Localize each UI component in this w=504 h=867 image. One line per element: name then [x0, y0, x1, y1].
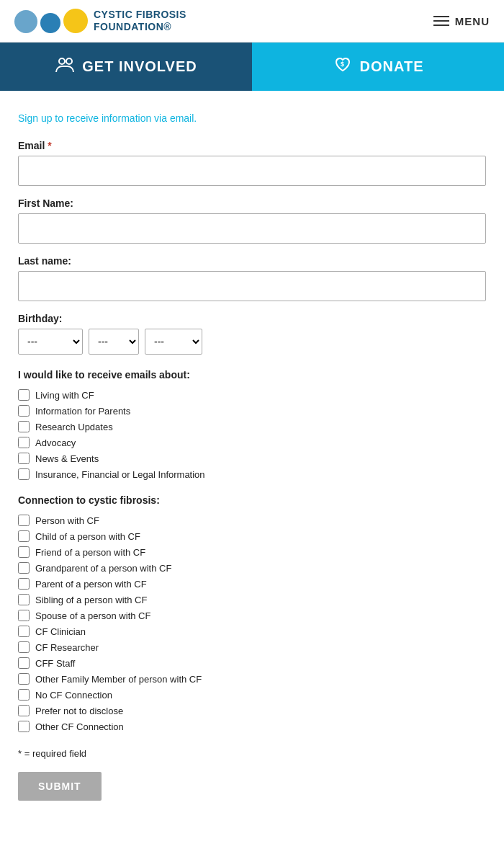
connection-label: CFF Staff	[35, 658, 75, 669]
connection-label: Prefer not to disclose	[35, 706, 123, 716]
connection-item: CF Clinician	[18, 626, 486, 637]
email-topic-label: News & Events	[35, 453, 99, 464]
email-topics-header: I would like to receive emails about:	[18, 369, 486, 381]
connection-label: Sibling of a person with CF	[35, 595, 147, 605]
email-label: Email *	[18, 140, 486, 151]
email-topics-group: I would like to receive emails about: Li…	[18, 369, 486, 480]
org-name-line1: CYSTIC FIBROSIS	[94, 9, 186, 21]
email-topic-item: News & Events	[18, 453, 486, 464]
connection-list: Person with CFChild of a person with CFF…	[18, 515, 486, 732]
last-name-group: Last name:	[18, 255, 486, 301]
email-input[interactable]	[18, 156, 486, 186]
logo-circle-1	[14, 10, 37, 33]
get-involved-nav[interactable]: GET INVOLVED	[0, 43, 252, 91]
connection-label: CF Clinician	[35, 626, 86, 637]
email-topic-item: Research Updates	[18, 421, 486, 432]
email-topic-checkbox-3[interactable]	[18, 437, 30, 448]
connection-checkbox-9[interactable]	[18, 657, 30, 669]
email-topic-label: Research Updates	[35, 422, 113, 432]
birthday-label: Birthday:	[18, 313, 486, 324]
connection-item: No CF Connection	[18, 689, 486, 701]
connection-item: CF Researcher	[18, 641, 486, 653]
email-topic-label: Information for Parents	[35, 406, 130, 417]
last-name-label: Last name:	[18, 255, 486, 267]
logo-circles	[14, 9, 88, 33]
nav-bar: GET INVOLVED $ DONATE	[0, 43, 504, 91]
required-note: * = required field	[18, 748, 486, 759]
connection-item: CFF Staff	[18, 657, 486, 669]
email-topic-label: Advocacy	[35, 437, 76, 448]
connection-item: Friend of a person with CF	[18, 546, 486, 558]
birthday-group: Birthday: --- JanFebMarApr MayJunJulAug …	[18, 313, 486, 355]
email-topic-checkbox-5[interactable]	[18, 468, 30, 480]
birthday-day-select[interactable]: --- 12345 678910 1112131415 1617181920 2…	[89, 329, 139, 355]
email-topic-checkbox-2[interactable]	[18, 421, 30, 432]
connection-item: Parent of a person with CF	[18, 578, 486, 590]
get-involved-label: GET INVOLVED	[82, 58, 197, 75]
birthday-month-select[interactable]: --- JanFebMarApr MayJunJulAug SepOctNovD…	[18, 329, 83, 355]
connection-checkbox-7[interactable]	[18, 626, 30, 637]
first-name-group: First Name:	[18, 197, 486, 244]
logo-area: CYSTIC FIBROSIS FOUNDATION®	[14, 9, 186, 33]
connection-checkbox-12[interactable]	[18, 705, 30, 716]
logo-circle-3	[63, 9, 88, 33]
email-topic-item: Insurance, Financial or Legal Informatio…	[18, 468, 486, 480]
email-required-star: *	[48, 140, 51, 151]
connection-checkbox-2[interactable]	[18, 546, 30, 558]
connection-item: Spouse of a person with CF	[18, 610, 486, 621]
connection-checkbox-11[interactable]	[18, 689, 30, 701]
connection-label: Parent of a person with CF	[35, 579, 147, 590]
connection-item: Prefer not to disclose	[18, 705, 486, 716]
email-group: Email *	[18, 140, 486, 186]
first-name-input[interactable]	[18, 213, 486, 244]
signup-link[interactable]: Sign up to receive information via email…	[18, 112, 486, 124]
connection-group: Connection to cystic fibrosis: Person wi…	[18, 494, 486, 732]
required-star: *	[18, 748, 22, 759]
connection-checkbox-13[interactable]	[18, 721, 30, 732]
connection-label: Grandparent of a person with CF	[35, 563, 171, 574]
site-header: CYSTIC FIBROSIS FOUNDATION® MENU	[0, 0, 504, 43]
menu-button[interactable]: MENU	[433, 15, 490, 27]
connection-checkbox-8[interactable]	[18, 641, 30, 653]
email-topic-item: Living with CF	[18, 389, 486, 401]
connection-checkbox-10[interactable]	[18, 673, 30, 685]
connection-checkbox-3[interactable]	[18, 562, 30, 574]
connection-label: Other Family Member of person with CF	[35, 674, 202, 685]
email-topics-list: Living with CFInformation for ParentsRes…	[18, 389, 486, 480]
donate-nav[interactable]: $ DONATE	[252, 43, 504, 91]
first-name-label: First Name:	[18, 197, 486, 209]
connection-item: Other CF Connection	[18, 721, 486, 732]
birthday-row: --- JanFebMarApr MayJunJulAug SepOctNovD…	[18, 329, 486, 355]
get-involved-icon	[55, 55, 75, 79]
connection-label: Friend of a person with CF	[35, 547, 145, 558]
donate-label: DONATE	[360, 58, 424, 75]
logo-text: CYSTIC FIBROSIS FOUNDATION®	[94, 9, 186, 33]
donate-icon: $	[333, 55, 353, 79]
connection-item: Person with CF	[18, 515, 486, 526]
email-topic-checkbox-1[interactable]	[18, 405, 30, 417]
connection-checkbox-6[interactable]	[18, 610, 30, 621]
connection-checkbox-5[interactable]	[18, 594, 30, 605]
connection-label: CF Researcher	[35, 642, 99, 653]
connection-item: Grandparent of a person with CF	[18, 562, 486, 574]
connection-checkbox-1[interactable]	[18, 530, 30, 542]
email-topic-label: Living with CF	[35, 390, 94, 401]
email-topic-item: Information for Parents	[18, 405, 486, 417]
connection-item: Sibling of a person with CF	[18, 594, 486, 605]
last-name-input[interactable]	[18, 271, 486, 301]
connection-checkbox-4[interactable]	[18, 578, 30, 590]
svg-point-0	[59, 58, 65, 64]
email-topic-checkbox-0[interactable]	[18, 389, 30, 401]
birthday-year-select[interactable]: --- 2024202320102000 1990198019701960	[145, 329, 202, 355]
org-name-line2: FOUNDATION®	[94, 21, 186, 33]
connection-header: Connection to cystic fibrosis:	[18, 494, 486, 506]
email-topic-checkbox-4[interactable]	[18, 453, 30, 464]
connection-label: Spouse of a person with CF	[35, 610, 150, 621]
submit-button[interactable]: SUBMIT	[18, 772, 102, 801]
connection-label: Person with CF	[35, 515, 99, 526]
connection-checkbox-0[interactable]	[18, 515, 30, 526]
svg-point-1	[66, 58, 72, 64]
svg-text:$: $	[341, 61, 344, 68]
connection-label: Other CF Connection	[35, 721, 124, 732]
menu-label: MENU	[455, 15, 490, 27]
